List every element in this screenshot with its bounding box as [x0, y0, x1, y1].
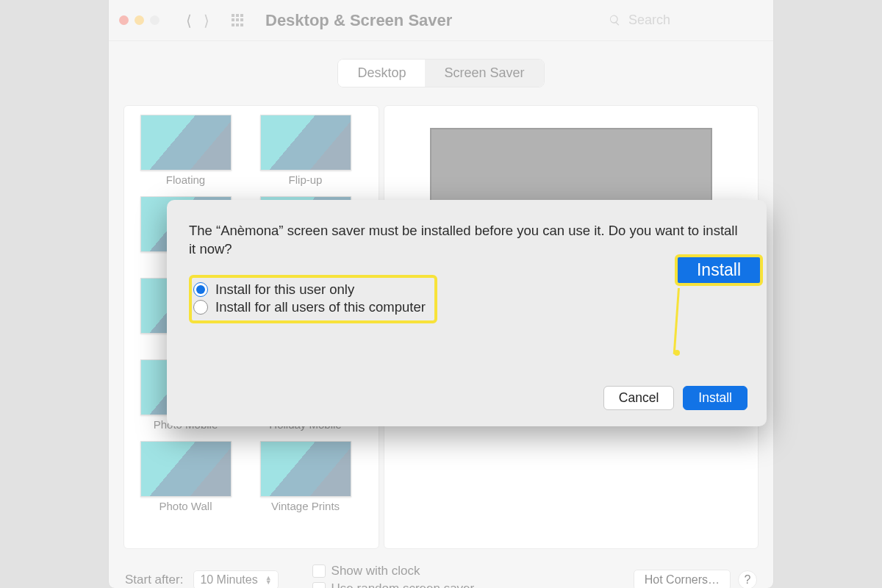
radio-all-users[interactable]: Install for all users of this computer	[193, 298, 426, 316]
dialog-message: The “Anèmona” screen saver must be insta…	[189, 222, 745, 259]
annotation-dot	[674, 350, 680, 356]
install-scope-radiogroup: Install for this user only Install for a…	[189, 275, 437, 323]
cancel-button[interactable]: Cancel	[603, 386, 674, 410]
radio-this-user[interactable]: Install for this user only	[193, 281, 426, 298]
radio-icon	[193, 300, 208, 315]
radio-icon	[193, 282, 208, 297]
radio-label: Install for all users of this computer	[215, 299, 426, 315]
radio-label: Install for this user only	[215, 282, 354, 298]
annotation-callout: Install	[675, 254, 763, 286]
install-button[interactable]: Install	[683, 386, 747, 410]
